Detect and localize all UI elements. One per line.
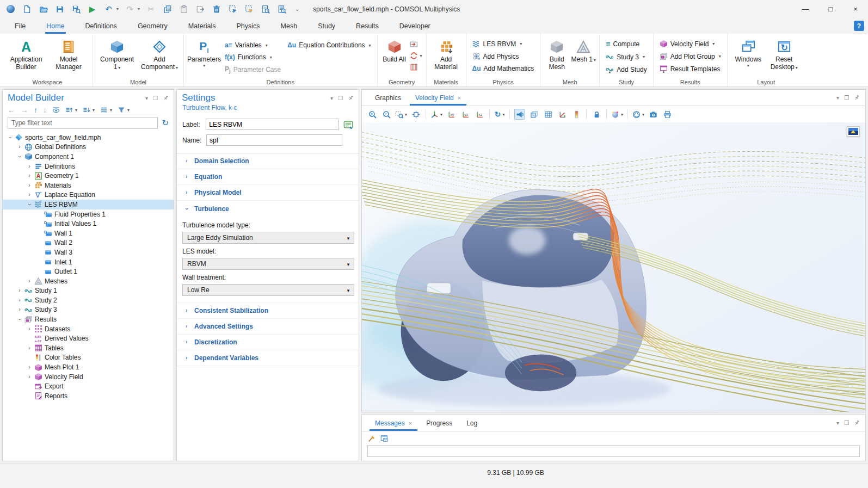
toolbar-overflow-button[interactable]: ⌄ [295,6,299,12]
label-input[interactable] [206,119,339,130]
tree-item-laplace-equation[interactable]: ›Laplace Equation [3,190,174,200]
maximize-button[interactable]: □ [818,0,843,18]
maximize-panel-icon[interactable]: ❐ [844,420,849,426]
reset-desktop-button[interactable]: Reset Desktop▾ [766,36,802,71]
section-physical-model[interactable]: ›Physical Model [177,185,359,201]
menu-mesh[interactable]: Mesh [280,18,299,34]
undo-button[interactable]: ↶ [103,4,114,14]
variables-button[interactable]: a=Variables▾ [225,41,281,49]
new-file-button[interactable] [22,4,32,14]
update-geometry-button[interactable]: ▾ [410,52,422,60]
menu-study[interactable]: Study [317,18,336,34]
build-mesh-button[interactable]: Build Mesh [543,36,570,71]
equation-contributions-button[interactable]: ΔuEquation Contributions▾ [287,41,371,49]
expander[interactable]: › [27,183,32,188]
physics-interface-button[interactable]: LES RBVM▾ [472,40,534,48]
expander[interactable]: › [27,173,32,178]
menu-materials[interactable]: Materials [187,18,217,34]
expander[interactable]: › [27,202,32,207]
expander[interactable]: › [27,279,32,284]
velocity-field-button[interactable]: Velocity Field▾ [660,40,721,48]
tab-graphics[interactable]: Graphics [370,90,407,106]
show-icon[interactable] [52,106,60,114]
paste-button[interactable] [178,4,189,14]
tree-item-wall-1[interactable]: Wall 1 [3,228,174,238]
turbulence-model-type-select[interactable]: Large Eddy Simulation▼ [182,232,354,244]
tree-item-inlet-1[interactable]: Inlet 1 [3,257,174,267]
add-plot-group-button[interactable]: Add Plot Group▾ [660,52,721,60]
add-mathematics-button[interactable]: ΔuAdd Mathematics [472,65,534,72]
environment-reflections-icon[interactable]: ▾ [632,109,644,120]
mesh-1-button[interactable]: Mesh 1▾ [570,36,596,63]
functions-button[interactable]: f(x)Functions▾ [225,53,281,61]
tree-item-geometry-1[interactable]: ›Geometry 1 [3,171,174,181]
tree-item-fluid-properties-1[interactable]: Fluid Properties 1 [3,209,174,219]
redo-button[interactable]: ↷ [125,4,135,14]
close-icon[interactable]: × [458,95,461,101]
expander[interactable]: › [17,307,22,312]
pin-icon[interactable] [163,95,169,101]
save-as-button[interactable] [71,4,81,14]
add-material-button[interactable]: Add Material [429,36,463,71]
cut-icon[interactable]: ✂ [146,4,156,14]
copy-button[interactable] [162,4,173,14]
section-domain-selection[interactable]: ›Domain Selection [177,153,359,169]
lock-icon[interactable] [591,109,602,120]
section-dependent-variables[interactable]: ›Dependent Variables [177,350,359,366]
deselect-box-button[interactable] [244,4,254,14]
expander[interactable]: › [27,192,32,197]
windows-button[interactable]: Windows▾ [730,36,766,69]
section-discretization[interactable]: ›Discretization [177,335,359,350]
appearance-icon[interactable]: ▾ [611,109,623,120]
open-button[interactable] [38,4,48,14]
add-study-button[interactable]: Add Study [606,65,647,73]
view-xz-button[interactable]: xz [474,109,485,120]
tree-item-global-definitions[interactable]: ›Global Definitions [3,143,174,152]
tree-item-export[interactable]: Export [3,381,174,391]
tree-item-study-1[interactable]: ›Study 1 [3,286,174,296]
help-button[interactable]: ? [854,21,864,31]
maximize-panel-icon[interactable]: ❐ [338,95,343,101]
parameters-button[interactable]: Pi Parameters▾ [187,36,221,69]
menu-physics[interactable]: Physics [235,18,261,34]
tree-item-outlet-1[interactable]: Outlet 1 [3,267,174,276]
tree-item-wall-3[interactable]: Wall 3 [3,248,174,257]
close-button[interactable]: × [843,0,868,18]
undo-dropdown[interactable]: ▾ [116,7,119,11]
application-builder-button[interactable]: A Application Builder [5,36,47,71]
scene-light-icon[interactable] [514,109,525,120]
pin-icon[interactable] [348,95,354,101]
study-3-button[interactable]: Study 3▾ [606,53,647,61]
tab-log[interactable]: Log [461,415,483,431]
les-model-select[interactable]: RBVM▼ [182,258,354,270]
zoom-in-icon[interactable] [367,109,378,120]
clear-messages-icon[interactable] [368,435,375,442]
maximize-panel-icon[interactable]: ❐ [153,95,158,101]
model-manager-button[interactable]: Model Manager [47,36,90,71]
tab-progress[interactable]: Progress [421,415,458,431]
save-button[interactable] [54,4,65,14]
menu-developer[interactable]: Developer [398,18,432,34]
tree-item-component-1[interactable]: ›Component 1 [3,152,174,162]
select-box-button[interactable] [227,4,238,14]
find-button[interactable] [260,4,270,14]
messages-output[interactable] [367,445,860,457]
expander[interactable]: › [27,164,32,169]
filter-icon[interactable]: ▾ [118,106,130,114]
expand-all-icon[interactable]: ▾ [65,106,77,114]
remove-details-button[interactable] [410,63,422,71]
collapse-all-icon[interactable]: ▾ [83,106,95,114]
tree-item-mesh-plot-1[interactable]: ›Mesh Plot 1 [3,362,174,372]
tree-item-color-tables[interactable]: Color Tables [3,353,174,363]
panel-menu-icon[interactable]: ▾ [836,95,839,101]
axis-orientation-icon[interactable] [557,109,568,120]
menu-file[interactable]: File [14,18,27,34]
move-up-icon[interactable]: ↑ [34,106,38,114]
expander[interactable]: › [17,144,22,150]
print-icon[interactable] [662,109,673,120]
forward-icon[interactable]: → [21,106,28,114]
build-all-button[interactable]: Build All [380,36,409,63]
view-yz-button[interactable]: yz [460,109,471,120]
run-button[interactable]: ▶ [87,4,97,14]
minimize-button[interactable]: — [793,0,818,18]
